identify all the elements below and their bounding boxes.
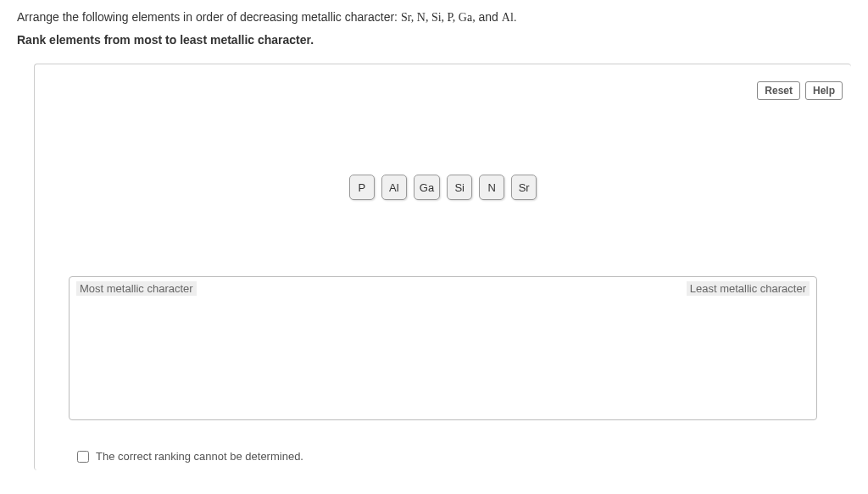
reset-button[interactable]: Reset bbox=[757, 81, 800, 100]
question-elements: Sr, N, Si, P, Ga, bbox=[401, 11, 476, 24]
cannot-determine-label[interactable]: The correct ranking cannot be determined… bbox=[96, 450, 303, 463]
cannot-determine-checkbox[interactable] bbox=[77, 451, 89, 463]
question-text: Arrange the following elements in order … bbox=[17, 10, 851, 25]
question-and: and bbox=[476, 10, 502, 24]
tile-al[interactable]: Al bbox=[381, 175, 407, 200]
tile-n[interactable]: N bbox=[479, 175, 504, 200]
tile-si[interactable]: Si bbox=[447, 175, 472, 200]
tile-p[interactable]: P bbox=[349, 175, 375, 200]
tiles-area: P Al Ga Si N Sr bbox=[35, 175, 851, 200]
ranking-drop-zone[interactable]: Most metallic character Least metallic c… bbox=[69, 276, 817, 420]
tile-ga[interactable]: Ga bbox=[414, 175, 440, 200]
least-metallic-label: Least metallic character bbox=[687, 281, 810, 296]
drop-container: Most metallic character Least metallic c… bbox=[69, 276, 817, 420]
most-metallic-label: Most metallic character bbox=[76, 281, 197, 296]
help-button[interactable]: Help bbox=[805, 81, 843, 100]
instruction-text: Rank elements from most to least metalli… bbox=[17, 33, 851, 47]
question-last-element: Al bbox=[502, 11, 514, 24]
cannot-determine-row: The correct ranking cannot be determined… bbox=[77, 450, 303, 463]
question-prefix: Arrange the following elements in order … bbox=[17, 10, 401, 24]
question-period: . bbox=[514, 10, 517, 24]
workspace-panel: Reset Help P Al Ga Si N Sr Most metallic… bbox=[34, 64, 851, 470]
toolbar: Reset Help bbox=[757, 81, 843, 100]
tile-sr[interactable]: Sr bbox=[511, 175, 537, 200]
